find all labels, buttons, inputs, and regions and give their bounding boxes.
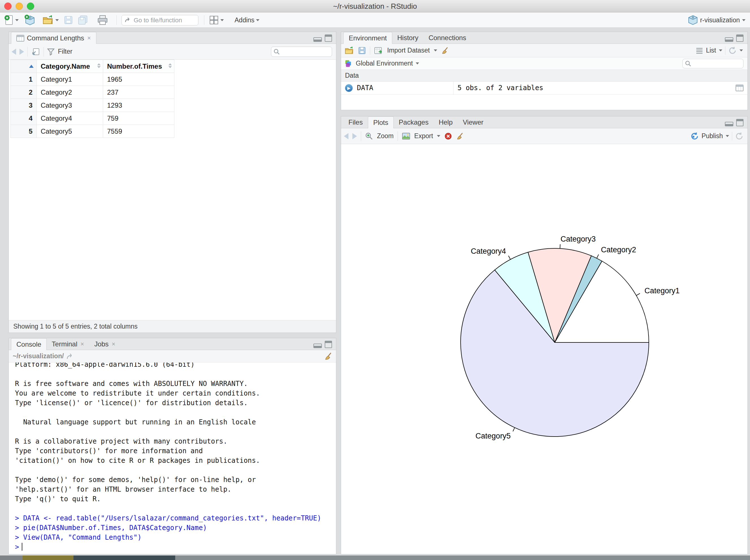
goto-directory-icon[interactable]	[67, 353, 74, 359]
tab-console[interactable]: Console	[11, 338, 47, 351]
table-row[interactable]: 1Category11965	[11, 73, 174, 86]
table-cell: Category2	[37, 86, 103, 99]
goto-file-input[interactable]	[134, 17, 190, 24]
minimize-pane-icon[interactable]	[313, 37, 322, 42]
tab-command-lengths[interactable]: Command Lengths ×	[11, 32, 96, 44]
maximize-pane-icon[interactable]	[325, 341, 332, 348]
tab-history[interactable]: History	[392, 32, 423, 44]
row-number-column-header[interactable]	[11, 60, 37, 73]
close-tab-icon[interactable]: ×	[81, 340, 84, 348]
column-header-number.of.times[interactable]: Number.of.Times	[103, 60, 174, 73]
plot-area: Category1Category2Category3Category4Cate…	[341, 144, 747, 554]
pie-slice-label: Category2	[601, 245, 636, 254]
refresh-environment-icon[interactable]	[728, 46, 737, 55]
plots-tabstrip: Files Plots Packages Help Viewer	[341, 116, 747, 128]
table-search-input[interactable]	[281, 48, 330, 55]
pie-slice-label: Category4	[471, 247, 506, 255]
clear-console-broom-icon[interactable]	[324, 352, 333, 361]
print-button[interactable]	[97, 13, 108, 28]
tab-jobs[interactable]: Jobs ×	[89, 338, 121, 350]
forward-arrow-icon[interactable]	[20, 48, 24, 55]
tab-terminal[interactable]: Terminal ×	[47, 338, 89, 350]
environment-scope-bar: Global Environment	[341, 57, 747, 70]
console-output-line: R is a collaborative project with many c…	[15, 437, 336, 446]
panes-caret-icon	[220, 19, 224, 21]
list-view-icon	[696, 47, 703, 54]
minimize-pane-icon[interactable]	[313, 344, 322, 348]
load-workspace-icon[interactable]	[344, 47, 354, 55]
close-tab-icon[interactable]: ×	[87, 35, 91, 42]
publish-button[interactable]: Publish	[702, 132, 723, 140]
new-project-button[interactable]: R	[24, 13, 36, 28]
zoom-plot-button[interactable]: Zoom	[377, 132, 394, 140]
filter-button[interactable]: Filter	[58, 48, 72, 55]
tab-packages[interactable]: Packages	[394, 116, 434, 128]
project-menu-button[interactable]: R r-visualization	[688, 13, 746, 28]
clear-environment-broom-icon[interactable]	[441, 47, 449, 55]
expand-object-icon[interactable]: ▶	[345, 84, 353, 92]
refresh-plot-icon[interactable]	[735, 132, 744, 140]
global-environment-dropdown[interactable]: Global Environment	[356, 60, 413, 67]
tab-label: Help	[439, 118, 452, 126]
sort-arrows-icon[interactable]	[97, 63, 101, 68]
previous-plot-icon[interactable]	[344, 133, 349, 139]
environment-search-box[interactable]	[683, 59, 744, 68]
table-row[interactable]: 2Category2237	[11, 86, 174, 99]
tab-environment[interactable]: Environment	[343, 32, 392, 44]
table-search-box[interactable]	[271, 47, 332, 57]
tab-label: Terminal	[52, 340, 77, 348]
environment-data-section-header: Data	[341, 70, 747, 82]
open-in-window-icon[interactable]	[31, 47, 40, 56]
toolbar-separator	[43, 47, 44, 57]
data-table: Category.NameNumber.of.Times 1Category11…	[11, 60, 174, 138]
environment-object-row[interactable]: ▶ DATA 5 obs. of 2 variables	[341, 82, 747, 95]
view-table-icon[interactable]	[735, 84, 744, 91]
import-dataset-caret-icon	[434, 49, 437, 52]
clear-plots-broom-icon[interactable]	[456, 132, 464, 140]
environment-search-input[interactable]	[693, 60, 741, 67]
addins-button[interactable]: Addins	[235, 13, 259, 28]
save-workspace-icon[interactable]	[358, 47, 366, 55]
list-view-button[interactable]: List	[706, 47, 716, 54]
tab-plots[interactable]: Plots	[368, 116, 394, 128]
table-status-bar: Showing 1 to 5 of 5 entries, 2 total col…	[9, 320, 336, 333]
table-row[interactable]: 5Category57559	[11, 125, 174, 138]
save-all-button[interactable]	[78, 13, 88, 28]
console-output-line: You are welcome to redistribute it under…	[15, 388, 336, 398]
pie-label-tick	[560, 244, 560, 248]
table-row[interactable]: 4Category4759	[11, 112, 174, 125]
console-output[interactable]: Platform: x86_64-apple-darwin15.6.0 (64-…	[9, 362, 336, 554]
save-button[interactable]	[64, 13, 73, 28]
environment-toolbar: Import Dataset List	[341, 44, 747, 57]
export-plot-button[interactable]: Export	[414, 132, 433, 140]
close-tab-icon[interactable]: ×	[112, 340, 115, 348]
table-row[interactable]: 3Category31293	[11, 99, 174, 112]
project-caret-icon	[742, 19, 746, 21]
maximize-pane-icon[interactable]	[736, 35, 744, 42]
new-file-caret-icon	[15, 19, 19, 21]
tab-help[interactable]: Help	[434, 116, 457, 128]
maximize-pane-icon[interactable]	[325, 35, 332, 42]
main-toolbar: R	[0, 13, 750, 28]
back-arrow-icon[interactable]	[12, 48, 16, 55]
tab-files[interactable]: Files	[343, 116, 368, 128]
goto-file-search[interactable]	[121, 15, 198, 25]
maximize-pane-icon[interactable]	[736, 119, 744, 126]
tab-connections[interactable]: Connections	[423, 32, 471, 44]
new-file-button[interactable]	[4, 13, 19, 28]
panes-grid-icon	[209, 16, 219, 25]
remove-plot-icon[interactable]	[444, 132, 452, 140]
tab-label: Viewer	[463, 118, 483, 126]
sort-arrows-icon[interactable]	[169, 63, 172, 68]
console-command-line: > DATA <- read.table("/Users/lsalazar/co…	[15, 513, 336, 523]
open-file-button[interactable]	[42, 13, 59, 28]
toolbar-separator	[116, 15, 117, 25]
minimize-pane-icon[interactable]	[725, 37, 733, 42]
tab-viewer[interactable]: Viewer	[458, 116, 489, 128]
next-plot-icon[interactable]	[352, 133, 357, 139]
panes-layout-button[interactable]	[209, 13, 224, 28]
column-header-category.name[interactable]: Category.Name	[37, 60, 103, 73]
text-cursor	[22, 543, 22, 551]
import-dataset-button[interactable]: Import Dataset	[387, 47, 430, 54]
minimize-pane-icon[interactable]	[725, 122, 733, 126]
